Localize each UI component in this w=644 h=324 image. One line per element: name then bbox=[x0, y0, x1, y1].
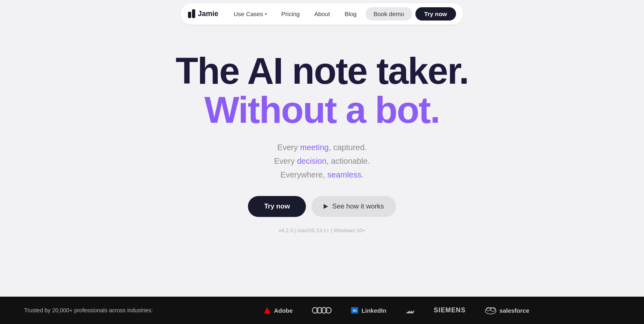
hero-subtext: Every meeting, captured. Every decision,… bbox=[274, 140, 370, 182]
adidas-icon bbox=[406, 307, 415, 314]
brand-logos: Adobe in LinkedIn SIEMENS bbox=[173, 306, 620, 314]
linkedin-logo: in LinkedIn bbox=[351, 307, 386, 314]
see-how-button[interactable]: See how it works bbox=[312, 196, 396, 217]
try-now-nav-button[interactable]: Try now bbox=[415, 7, 456, 21]
headline-part2: Without a bot. bbox=[204, 89, 440, 130]
hero-actions: Try now See how it works bbox=[248, 196, 396, 217]
adobe-logo: Adobe bbox=[264, 307, 293, 314]
logo[interactable]: Jamie bbox=[188, 9, 218, 18]
adobe-icon bbox=[264, 307, 271, 314]
salesforce-logo: salesforce bbox=[485, 306, 529, 314]
trust-text: Trusted by 20,000+ professionals across … bbox=[24, 307, 153, 314]
nav-use-cases[interactable]: Use Cases ▾ bbox=[228, 8, 272, 20]
navbar: Jamie Use Cases ▾ Pricing About Blog Boo… bbox=[0, 0, 644, 27]
audi-logo bbox=[312, 307, 332, 314]
book-demo-button[interactable]: Book demo bbox=[365, 7, 412, 21]
trust-banner: Trusted by 20,000+ professionals across … bbox=[0, 297, 644, 324]
try-now-hero-button[interactable]: Try now bbox=[248, 196, 306, 217]
logo-text: Jamie bbox=[198, 10, 218, 18]
logo-icon bbox=[188, 9, 195, 18]
adidas-logo bbox=[406, 307, 415, 314]
hero-headline: The AI note taker. Without a bot. bbox=[175, 52, 468, 129]
linkedin-icon: in bbox=[351, 307, 358, 314]
version-info: v4.2.3 | macOS 13.1+ | Windows 10+ bbox=[279, 227, 365, 233]
nav-blog[interactable]: Blog bbox=[339, 8, 362, 20]
hero-section: The AI note taker. Without a bot. Every … bbox=[0, 27, 644, 250]
chevron-down-icon: ▾ bbox=[265, 12, 267, 16]
nav-pricing[interactable]: Pricing bbox=[276, 8, 305, 20]
play-icon bbox=[324, 204, 328, 209]
nav-about[interactable]: About bbox=[309, 8, 336, 20]
headline-part1: The AI note taker. bbox=[175, 50, 468, 91]
siemens-logo: SIEMENS bbox=[434, 307, 466, 314]
audi-rings-icon bbox=[312, 307, 332, 314]
salesforce-icon bbox=[485, 306, 496, 314]
